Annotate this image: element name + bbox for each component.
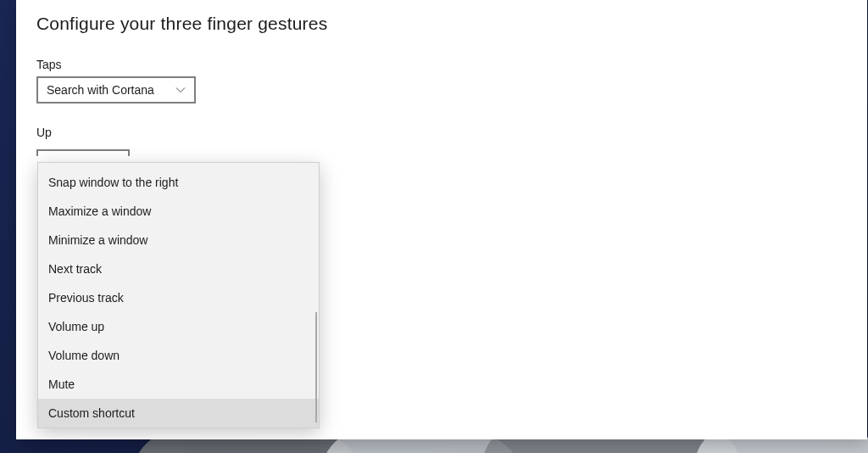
dropdown-option[interactable]: Minimize a window xyxy=(38,226,319,254)
dropdown-option[interactable]: Snap window to the right xyxy=(38,168,319,197)
dropdown-option[interactable]: Next track xyxy=(38,254,319,283)
field-label-up: Up xyxy=(36,126,847,139)
dropdown-option[interactable]: Mute xyxy=(38,370,319,399)
dropdown-option[interactable]: Maximize a window xyxy=(38,197,319,226)
up-combobox[interactable] xyxy=(36,149,130,156)
field-label-taps: Taps xyxy=(36,58,847,71)
scrollbar-thumb[interactable] xyxy=(315,312,317,422)
up-dropdown-list[interactable]: Snap window to the rightMaximize a windo… xyxy=(37,162,320,428)
dropdown-option[interactable]: Volume down xyxy=(38,341,319,370)
taps-combobox[interactable]: Search with Cortana xyxy=(36,76,196,103)
dropdown-option[interactable]: Custom shortcut xyxy=(38,399,319,428)
field-up: Up xyxy=(36,126,847,159)
dropdown-option[interactable]: Volume up xyxy=(38,312,319,341)
page-title: Configure your three finger gestures xyxy=(36,14,847,34)
dropdown-option[interactable]: Previous track xyxy=(38,283,319,312)
taps-combobox-value: Search with Cortana xyxy=(47,83,154,97)
chevron-down-icon xyxy=(175,85,186,95)
field-taps: Taps Search with Cortana xyxy=(36,58,847,103)
